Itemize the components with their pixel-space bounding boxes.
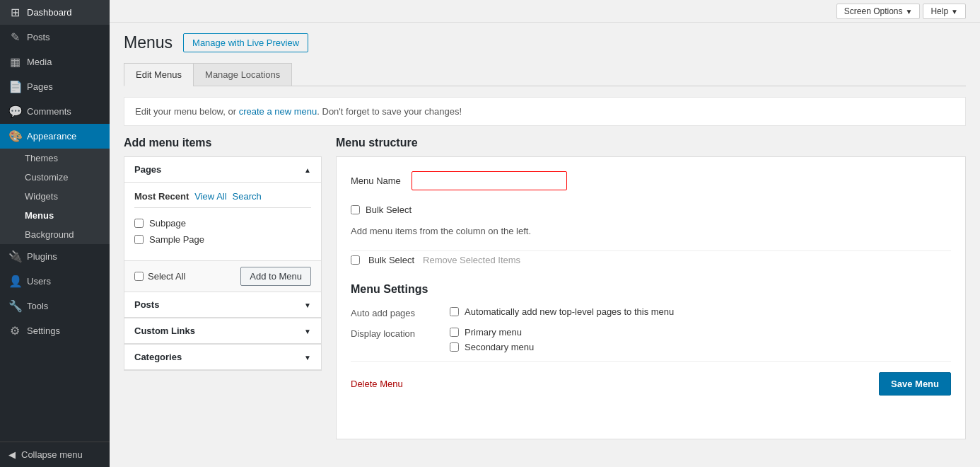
add-menu-items-title: Add menu items — [124, 137, 322, 149]
sidebar-item-media[interactable]: ▦ Media — [0, 50, 110, 74]
pages-list: Subpage Sample Page — [134, 215, 311, 248]
sidebar-sub-themes[interactable]: Themes — [0, 149, 110, 168]
categories-accordion-header[interactable]: Categories — [124, 345, 321, 370]
delete-menu-link[interactable]: Delete Menu — [351, 379, 403, 389]
sidebar-item-label: Plugins — [27, 251, 57, 262]
sidebar-item-label: Tools — [27, 301, 48, 311]
collapse-icon: ◀ — [8, 449, 16, 460]
categories-accordion: Categories — [124, 344, 322, 371]
appearance-icon: 🎨 — [8, 129, 21, 143]
plugins-icon: 🔌 — [8, 250, 21, 263]
primary-menu-row: Primary menu — [450, 327, 534, 338]
tab-edit-menus[interactable]: Edit Menus — [124, 63, 193, 86]
posts-accordion: Posts — [124, 292, 322, 318]
sidebar-sub-widgets[interactable]: Widgets — [0, 187, 110, 206]
menu-settings-section: Menu Settings Auto add pages Automatical… — [351, 283, 951, 352]
page-title: Menus — [124, 33, 173, 52]
sidebar-item-label: Pages — [27, 81, 53, 92]
tab-manage-locations[interactable]: Manage Locations — [193, 63, 292, 86]
select-all-wrap: Select All — [134, 271, 185, 282]
create-new-menu-link[interactable]: create a new menu — [239, 106, 317, 117]
page-checkbox-sample[interactable] — [134, 235, 144, 244]
sidebar-sub-menus[interactable]: Menus — [0, 206, 110, 225]
sidebar: ⊞ Dashboard ✎ Posts ▦ Media 📄 Pages 💬 Co… — [0, 0, 110, 467]
posts-icon: ✎ — [8, 30, 21, 44]
bulk-select-top-checkbox[interactable] — [351, 205, 360, 214]
help-button[interactable]: Help — [923, 4, 966, 19]
page-label-subpage: Subpage — [149, 218, 186, 229]
topbar: Screen Options Help — [110, 0, 980, 23]
sidebar-item-label: Dashboard — [27, 7, 72, 18]
pages-accordion-body: Most Recent View All Search Subpage — [124, 183, 321, 260]
bulk-select-bottom-checkbox[interactable] — [351, 255, 360, 265]
sidebar-item-label: Users — [27, 276, 51, 287]
posts-accordion-header[interactable]: Posts — [124, 292, 321, 318]
menu-name-label: Menu Name — [351, 175, 401, 186]
page-tabs: Edit Menus Manage Locations — [124, 63, 966, 86]
menu-structure-box: Menu Name Bulk Select Add menu items fro… — [336, 156, 966, 439]
display-location-content: Primary menu Secondary menu — [450, 327, 534, 352]
page-checkbox-subpage[interactable] — [134, 219, 144, 228]
custom-links-accordion: Custom Links — [124, 318, 322, 345]
add-hint-text: Add menu items from the column on the le… — [351, 226, 951, 236]
sidebar-item-label: Settings — [27, 325, 60, 336]
posts-chevron-down-icon — [304, 299, 311, 310]
save-menu-button[interactable]: Save Menu — [879, 372, 951, 396]
sidebar-item-tools[interactable]: 🔧 Tools — [0, 294, 110, 318]
right-column: Menu structure Menu Name Bulk Select Add… — [336, 137, 966, 439]
bulk-select-bottom-label: Bulk Select — [368, 255, 414, 265]
select-all-checkbox[interactable] — [134, 272, 144, 281]
pages-chevron-up-icon — [304, 164, 311, 175]
settings-icon: ⚙ — [8, 324, 21, 338]
sub-tab-search[interactable]: Search — [233, 190, 262, 203]
sidebar-item-posts[interactable]: ✎ Posts — [0, 25, 110, 50]
sidebar-item-appearance[interactable]: 🎨 Appearance — [0, 124, 110, 149]
pages-sub-tabs: Most Recent View All Search — [134, 190, 311, 208]
sidebar-item-label: Comments — [27, 106, 71, 117]
manage-preview-button[interactable]: Manage with Live Preview — [183, 33, 308, 52]
secondary-menu-label: Secondary menu — [465, 342, 534, 352]
add-to-menu-button[interactable]: Add to Menu — [240, 267, 311, 286]
menu-settings-title: Menu Settings — [351, 283, 951, 296]
sidebar-sub-customize[interactable]: Customize — [0, 168, 110, 187]
sidebar-item-pages[interactable]: 📄 Pages — [0, 74, 110, 99]
sidebar-item-plugins[interactable]: 🔌 Plugins — [0, 244, 110, 269]
sidebar-item-settings[interactable]: ⚙ Settings — [0, 318, 110, 343]
auto-add-content: Automatically add new top-level pages to… — [450, 306, 674, 317]
pages-icon: 📄 — [8, 80, 21, 93]
screen-options-chevron-icon — [906, 6, 913, 16]
secondary-menu-checkbox[interactable] — [450, 342, 459, 352]
two-col-layout: Add menu items Pages Most Recent View Al… — [124, 137, 966, 439]
custom-links-accordion-header[interactable]: Custom Links — [124, 318, 321, 344]
sidebar-item-label: Posts — [27, 32, 50, 42]
primary-menu-checkbox[interactable] — [450, 328, 459, 337]
pages-accordion-footer: Select All Add to Menu — [124, 260, 321, 292]
auto-add-label: Auto add pages — [351, 306, 436, 318]
sidebar-item-users[interactable]: 👤 Users — [0, 269, 110, 294]
sidebar-sub-appearance: Themes Customize Widgets Menus Backgroun… — [0, 149, 110, 244]
pages-accordion-header[interactable]: Pages — [124, 157, 321, 183]
sidebar-item-dashboard[interactable]: ⊞ Dashboard — [0, 0, 110, 25]
primary-menu-label: Primary menu — [465, 327, 522, 338]
bulk-select-bottom-row: Bulk Select Remove Selected Items — [351, 250, 951, 265]
dashboard-icon: ⊞ — [8, 6, 21, 19]
pages-accordion: Pages Most Recent View All Search Su — [124, 156, 322, 292]
sub-tab-view-all[interactable]: View All — [194, 190, 226, 203]
select-all-label: Select All — [148, 271, 185, 282]
screen-options-button[interactable]: Screen Options — [836, 4, 921, 19]
page-label-sample: Sample Page — [149, 234, 204, 245]
comments-icon: 💬 — [8, 105, 21, 118]
collapse-menu-button[interactable]: ◀ Collapse menu — [0, 442, 110, 467]
users-icon: 👤 — [8, 275, 21, 288]
menu-name-input[interactable] — [412, 171, 567, 190]
menu-structure-title: Menu structure — [336, 137, 966, 149]
sidebar-item-comments[interactable]: 💬 Comments — [0, 99, 110, 124]
remove-selected-button[interactable]: Remove Selected Items — [423, 255, 520, 265]
page-content: Menus Manage with Live Preview Edit Menu… — [110, 23, 980, 467]
sub-tab-most-recent[interactable]: Most Recent — [134, 190, 189, 203]
sidebar-sub-background[interactable]: Background — [0, 225, 110, 244]
custom-links-chevron-down-icon — [304, 325, 311, 336]
auto-add-checkbox[interactable] — [450, 307, 459, 316]
page-header: Menus Manage with Live Preview — [124, 33, 966, 52]
display-location-label: Display location — [351, 327, 436, 339]
